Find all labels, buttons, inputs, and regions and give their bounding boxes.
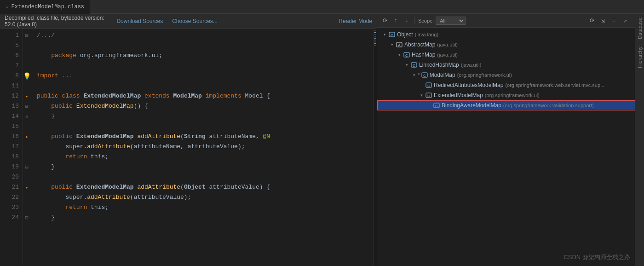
gutter-24[interactable]: ⊟: [23, 213, 30, 223]
file-tab[interactable]: ☕ ExtendedModelMap.class: [0, 0, 90, 14]
class-icon-hashmap: C: [403, 51, 410, 58]
gutter-11: [23, 81, 30, 91]
svg-text:C: C: [435, 104, 438, 108]
toolbar-right: ⟳ ⇲ ≡ ↗ ✕: [587, 16, 641, 26]
ln-13: 13: [0, 101, 19, 111]
right-panel: ⟳ ↑ ↓ Scope: All Project ⟳ ⇲ ≡ ↗ ✕ ▾: [377, 14, 644, 266]
download-sources-link[interactable]: Download Sources: [116, 18, 163, 24]
toolbar-refresh[interactable]: ⟳: [587, 16, 597, 26]
code-line-8: import ...: [37, 71, 373, 81]
arrow-modelmap: ▾: [410, 73, 418, 77]
code-line-22: super.addAttribute(attributeValue);: [37, 192, 373, 202]
ln-5: 5: [0, 40, 19, 51]
code-line-14: }: [37, 111, 373, 121]
decompile-notice: Decompiled .class file, bytecode version…: [5, 15, 107, 28]
code-line-21: public ExtendedModelMap addAttribute(Obj…: [37, 182, 373, 192]
editor-panel: Decompiled .class file, bytecode version…: [0, 14, 377, 266]
scope-select[interactable]: All Project: [436, 17, 466, 25]
hierarchy-toolbar: ⟳ ↑ ↓ Scope: All Project ⟳ ⇲ ≡ ↗ ✕: [377, 14, 644, 28]
svg-text:C: C: [391, 33, 393, 37]
tree-item-linkedhashmap[interactable]: ▾ C LinkedHashMap (java.util): [377, 60, 644, 70]
tab-bar: ☕ ExtendedModelMap.class: [0, 0, 644, 14]
tree-item-extmodelmap[interactable]: ▾ C ExtendedModelMap (org.springframewor…: [377, 90, 644, 100]
toolbar-settings[interactable]: ≡: [609, 16, 619, 26]
svg-text:C: C: [427, 84, 430, 88]
ln-11: 11: [0, 81, 19, 91]
code-line-24: }: [37, 213, 373, 223]
toolbar-btn-2[interactable]: ↑: [391, 16, 401, 26]
ln-21: 21: [0, 182, 19, 192]
code-line-11: [37, 81, 373, 91]
code-line-5: [37, 40, 373, 51]
side-tab-hierarchy[interactable]: Hierarchy: [636, 43, 644, 72]
ln-20: 20: [0, 172, 19, 182]
tree-pkg-linkedhashmap: (java.util): [461, 62, 482, 68]
code-line-6: package org.springframework.ui;: [37, 51, 373, 61]
gutter-5: [23, 40, 30, 51]
ln-19: 19: [0, 162, 19, 172]
toolbar-btn-1[interactable]: ⟳: [380, 16, 390, 26]
hierarchy-tree[interactable]: ▾ C Object (java.lang) ▾ A: [377, 28, 644, 266]
tree-text-extmodelmap: ExtendedModelMap: [434, 92, 483, 98]
gutter-16[interactable]: ●: [23, 132, 30, 142]
ln-16: 16: [0, 132, 19, 142]
tree-item-hashmap[interactable]: ▾ C HashMap (java.util): [377, 50, 644, 60]
tree-pkg-redirectattr: (org.springframework.web.servlet.mvc.sup…: [505, 82, 604, 88]
gutter-15: [23, 121, 30, 132]
class-icon-abstractmap: A: [396, 41, 403, 48]
reader-mode-button[interactable]: Reader Mode: [339, 18, 372, 24]
gutter-21[interactable]: ●: [23, 182, 30, 192]
scope-label: Scope:: [418, 18, 434, 23]
ln-1: 1: [0, 30, 19, 40]
tree-pkg-modelmap: (org.springframework.ui): [457, 72, 512, 78]
gutter-12[interactable]: ●: [23, 91, 30, 101]
gutter-14: ⊟: [23, 111, 30, 121]
java-icon: ☕: [6, 4, 9, 10]
gutter-8: 💡: [23, 71, 30, 81]
editor-gutter: ⊟ 💡 ● ⊟ ⊟ ●: [23, 29, 32, 266]
gutter-13[interactable]: ⊟: [23, 101, 30, 111]
ln-15: 15: [0, 121, 19, 132]
ln-6: 6: [0, 51, 19, 61]
arrow-abstractmap: ▾: [388, 42, 396, 47]
arrow-hashmap: ▾: [396, 52, 403, 57]
gutter-6: [23, 51, 30, 61]
class-icon-extmodelmap: C: [425, 92, 432, 99]
tree-item-object[interactable]: ▾ C Object (java.lang): [377, 29, 644, 40]
code-line-1: /.../: [37, 30, 373, 40]
ln-24: 24: [0, 213, 19, 223]
svg-text:C: C: [427, 94, 430, 98]
code-line-23: return this;: [37, 202, 373, 213]
editor-minimap: [373, 29, 377, 266]
toolbar-popout[interactable]: ↗: [620, 16, 630, 26]
code-editor[interactable]: 1 5 6 7 8 11 12 13 14 15 16 17 18 19 20 …: [0, 29, 377, 266]
ln-14: 14: [0, 111, 19, 121]
tree-text-bindingaware: BindingAwareModelMap: [442, 102, 501, 109]
tree-item-abstractmap[interactable]: ▾ A AbstractMap (java.util): [377, 40, 644, 50]
code-line-13: public ExtendedModelMap() {: [37, 101, 373, 111]
ln-7: 7: [0, 61, 19, 71]
ln-22: 22: [0, 192, 19, 202]
tree-item-redirectattr[interactable]: C RedirectAttributesModelMap (org.spring…: [377, 80, 644, 90]
toolbar-expand[interactable]: ⇲: [598, 16, 608, 26]
ln-23: 23: [0, 202, 19, 213]
tab-label: ExtendedModelMap.class: [12, 4, 84, 10]
tree-item-modelmap[interactable]: ▾ * C ModelMap (org.springframework.ui): [377, 70, 644, 80]
tree-text-modelmap: ModelMap: [430, 72, 455, 78]
code-content[interactable]: /.../ package org.springframework.ui; im…: [32, 29, 373, 266]
tree-text-hashmap: HashMap: [412, 52, 435, 58]
gutter-1[interactable]: ⊟: [23, 30, 30, 40]
choose-sources-link[interactable]: Choose Sources...: [172, 18, 218, 24]
gutter-19[interactable]: ⊟: [23, 162, 30, 172]
tree-pkg-extmodelmap: (org.springframework.ui): [485, 93, 540, 98]
toolbar-btn-collapse[interactable]: ↓: [402, 16, 412, 26]
tree-pkg-hashmap: (java.util): [437, 52, 458, 58]
class-icon-modelmap: C: [421, 71, 428, 79]
ln-8: 8: [0, 71, 19, 81]
gutter-18: [23, 152, 30, 162]
tree-item-bindingaware[interactable]: C BindingAwareModelMap (org.springframew…: [377, 100, 644, 110]
class-icon-redirectattr: C: [425, 81, 432, 89]
side-tab-database[interactable]: Database: [636, 14, 644, 43]
tree-pkg-bindingaware: (org.springframework.validation.support): [503, 103, 594, 108]
tree-text-object: Object: [397, 31, 413, 38]
